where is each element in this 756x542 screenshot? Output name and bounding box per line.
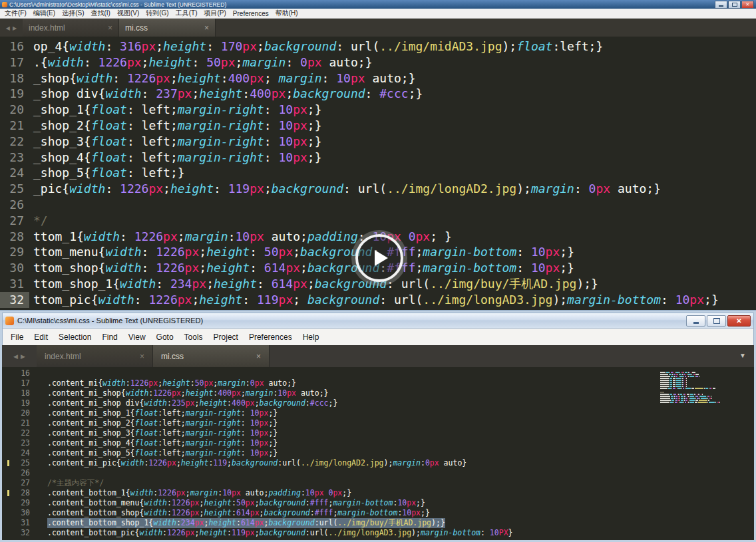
line-number: 21: [2, 418, 38, 428]
code-line[interactable]: 25_pic{width: 1226px;height: 119px;backg…: [0, 181, 756, 197]
menu-item[interactable]: 视图(V): [114, 9, 142, 18]
code-text: .content_bottom_1{width:1226px;margin:10…: [47, 488, 351, 498]
code-line[interactable]: 27/*主题内容下*/: [2, 478, 754, 488]
menu-item[interactable]: Edit: [29, 333, 53, 342]
code-line[interactable]: 24.content_mi_shop_5{float:left;margin-r…: [2, 448, 754, 458]
code-line[interactable]: 25.content_mi_pic{width:1226px;height:11…: [2, 458, 754, 468]
code-text: .content_mi_shop_5{float:left;margin-rig…: [47, 448, 278, 458]
menu-item[interactable]: 项目(P): [201, 9, 230, 18]
code-text: op_4{width: 316px;height: 170px;backgrou…: [33, 39, 603, 55]
menu-item[interactable]: Preferences: [244, 333, 297, 342]
tab-next-icon[interactable]: ▶: [13, 25, 17, 31]
titlebar-bottom[interactable]: C:\MI\static\css\mi.css - Sublime Text (…: [2, 313, 754, 329]
sublime-window-bottom: C:\MI\static\css\mi.css - Sublime Text (…: [0, 310, 756, 542]
menu-item[interactable]: 帮助(H): [272, 9, 301, 18]
tab-bar-top: ◀ ▶ index.html×mi.css×: [0, 19, 756, 37]
code-line[interactable]: 16op_4{width: 316px;height: 170px;backgr…: [0, 39, 756, 55]
tab-scroll-arrows[interactable]: ◀ ▶: [0, 19, 23, 37]
code-line[interactable]: 23_shop_4{float: left;margin-right: 10px…: [0, 150, 756, 166]
code-line[interactable]: 22.content_mi_shop_3{float:left;margin-r…: [2, 428, 754, 438]
tab-close-icon[interactable]: ×: [204, 23, 209, 33]
code-text: .content_bottom_menu{width:1226px;height…: [47, 498, 425, 508]
video-play-button[interactable]: [355, 234, 403, 282]
code-line[interactable]: 23.content_mi_shop_4{float:left;margin-r…: [2, 438, 754, 448]
line-number: 16: [0, 39, 29, 55]
maximize-button[interactable]: [728, 1, 741, 9]
tab-scroll-arrows[interactable]: ◀ ▶: [2, 345, 37, 367]
code-line[interactable]: 19.content_mi_shop div{width:235px;heigh…: [2, 398, 754, 408]
code-line[interactable]: 16: [2, 368, 754, 378]
maximize-icon: [732, 3, 737, 7]
code-text: _shop{width: 1226px;height:400px; margin…: [33, 70, 416, 86]
maximize-button[interactable]: [707, 315, 726, 327]
tab-mi.css[interactable]: mi.css×: [119, 19, 216, 37]
code-line[interactable]: 28.content_bottom_1{width:1226px;margin:…: [2, 488, 754, 498]
line-number: 25: [0, 181, 29, 197]
code-text: */: [33, 213, 48, 229]
code-line[interactable]: 26: [0, 197, 756, 213]
line-number: 29: [0, 244, 29, 260]
code-line[interactable]: 19_shop div{width: 237px;height:400px;ba…: [0, 86, 756, 102]
tab-close-icon[interactable]: ×: [108, 23, 112, 33]
close-button[interactable]: ✕: [727, 315, 751, 327]
minimize-icon: [693, 322, 699, 324]
menu-item[interactable]: 转到(G): [142, 9, 172, 18]
tab-overflow-icon[interactable]: ▼: [739, 352, 746, 359]
menu-item[interactable]: Find: [96, 333, 122, 342]
code-line[interactable]: 30.content_bottom_shop{width:1226px;heig…: [2, 508, 754, 518]
menu-item[interactable]: Preferences: [230, 10, 272, 17]
code-line[interactable]: 31.content_bottom_shop_1{width:234px;hei…: [2, 518, 754, 528]
menu-item[interactable]: View: [123, 333, 151, 342]
modified-line-marker: [7, 460, 9, 466]
code-line[interactable]: 24_shop_5{float: left;}: [0, 165, 756, 181]
code-line[interactable]: 32ttom_pic{width: 1226px;height: 119px; …: [0, 292, 756, 308]
menu-item[interactable]: Goto: [151, 333, 179, 342]
code-line[interactable]: 29.content_bottom_menu{width:1226px;heig…: [2, 498, 754, 508]
code-text: _shop_5{float: left;}: [33, 165, 185, 181]
menu-item[interactable]: 工具(T): [172, 9, 201, 18]
code-line[interactable]: 18.content_mi_shop{width:1226px;height:4…: [2, 388, 754, 398]
line-number: 17: [0, 55, 29, 70]
menu-item[interactable]: Selection: [53, 333, 96, 342]
code-line[interactable]: 20.content_mi_shop_1{float:left;margin-r…: [2, 408, 754, 418]
menu-item[interactable]: Tools: [179, 333, 208, 342]
code-text: .content_mi_shop_3{float:left;margin-rig…: [47, 428, 278, 438]
menu-item[interactable]: Project: [208, 333, 244, 342]
code-text: _shop_3{float: left;margin-right: 10px;}: [33, 134, 322, 150]
code-line[interactable]: 21_shop_2{float: left;margin-right: 10px…: [0, 118, 756, 134]
code-line[interactable]: 20_shop_1{float: left;margin-right: 10px…: [0, 102, 756, 118]
code-text: _shop_1{float: left;margin-right: 10px;}: [33, 102, 322, 118]
code-line[interactable]: 17.{width: 1226px;height: 50px;margin: 0…: [0, 55, 756, 70]
menu-item[interactable]: 查找(I): [87, 9, 113, 18]
code-line[interactable]: 18_shop{width: 1226px;height:400px; marg…: [0, 70, 756, 86]
close-button[interactable]: ✕: [741, 1, 754, 9]
menu-item[interactable]: 文件(F): [1, 9, 30, 18]
code-text: _pic{width: 1226px;height: 119px;backgro…: [33, 181, 661, 197]
menu-item[interactable]: File: [5, 333, 29, 342]
menu-item[interactable]: Help: [297, 333, 325, 342]
code-line[interactable]: 26: [2, 468, 754, 478]
tab-close-icon[interactable]: ×: [140, 352, 144, 361]
code-line[interactable]: 17.content_mi{width:1226px;height:50px;m…: [2, 378, 754, 388]
tab-mi.css[interactable]: mi.css×: [153, 345, 270, 367]
line-number: 27: [0, 213, 29, 229]
menu-item[interactable]: 选择(S): [59, 9, 87, 18]
tab-next-icon[interactable]: ▶: [21, 353, 25, 360]
line-number: 20: [0, 102, 29, 118]
minimize-button[interactable]: [686, 315, 705, 327]
code-line[interactable]: 32.content_bottom_pic{width:1226px;heigh…: [2, 528, 754, 538]
minimize-button[interactable]: [715, 1, 727, 9]
editor-bottom[interactable]: 1617.content_mi{width:1226px;height:50px…: [2, 367, 754, 540]
code-line[interactable]: 21.content_mi_shop_2{float:left;margin-r…: [2, 418, 754, 428]
tab-label: mi.css: [161, 352, 184, 361]
titlebar-top[interactable]: C:\Users\Administrator\Desktop\MI\static…: [0, 0, 756, 9]
code-line[interactable]: 27*/: [0, 213, 756, 229]
tab-close-icon[interactable]: ×: [256, 352, 261, 361]
tab-prev-icon[interactable]: ◀: [13, 353, 18, 360]
line-number: 24: [0, 165, 29, 181]
tab-prev-icon[interactable]: ◀: [6, 25, 10, 31]
tab-index.html[interactable]: index.html×: [37, 345, 153, 367]
tab-index.html[interactable]: index.html×: [23, 19, 119, 37]
code-line[interactable]: 22_shop_3{float: left;margin-right: 10px…: [0, 134, 756, 150]
menu-item[interactable]: 编辑(E): [30, 9, 59, 18]
